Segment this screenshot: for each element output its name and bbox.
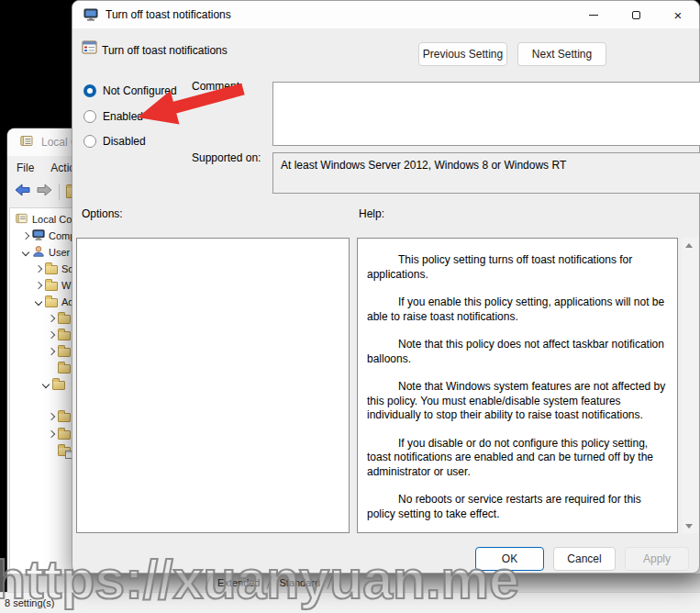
triangle-down-icon (685, 524, 693, 529)
chevron-right-icon[interactable] (35, 265, 42, 273)
options-panel[interactable] (76, 238, 350, 533)
help-paragraph: Note that Windows system features are no… (367, 380, 670, 423)
supported-on-label: Supported on: (192, 151, 261, 164)
folder-icon (58, 364, 71, 373)
radio-label: Enabled (103, 110, 143, 123)
computer-icon (32, 228, 45, 243)
chevron-right-icon[interactable] (48, 413, 55, 420)
help-paragraph: Note that this policy does not affect ta… (367, 338, 670, 366)
forward-arrow-icon[interactable] (37, 184, 52, 200)
folder-icon (52, 381, 65, 390)
scroll-icon (16, 212, 28, 227)
chevron-down-icon[interactable] (42, 381, 50, 388)
policy-window-icon (83, 7, 98, 22)
chevron-right-icon[interactable] (48, 348, 55, 355)
minimize-button[interactable] (572, 1, 615, 28)
options-label: Options: (82, 207, 123, 220)
comment-label: Comment: (192, 80, 242, 93)
chevron-right-icon[interactable] (48, 315, 55, 322)
gpe-statusbar: 8 setting(s) (0, 592, 700, 613)
dialog-title: Turn off toast notifications (106, 8, 231, 21)
chevron-down-icon[interactable] (35, 298, 42, 306)
dialog-titlebar[interactable]: Turn off toast notifications × (72, 1, 699, 28)
folder-icon (58, 315, 71, 324)
radio-label: Disabled (103, 135, 146, 148)
tree-item[interactable] (43, 376, 65, 393)
next-setting-button[interactable]: Next Setting (517, 42, 606, 66)
ok-button[interactable]: OK (475, 547, 544, 571)
cancel-button[interactable]: Cancel (553, 547, 616, 571)
folder-icon (58, 331, 71, 340)
tree-item[interactable] (49, 408, 71, 425)
maximize-icon (632, 11, 640, 19)
tree-item-local-computer-policy[interactable]: Local Con (16, 211, 78, 228)
gpe-tabstrip: Extended Standard (7, 574, 700, 592)
tree-item[interactable] (58, 360, 71, 376)
chevron-right-icon[interactable] (22, 232, 29, 240)
back-arrow-icon[interactable] (15, 184, 30, 200)
tree-item[interactable] (49, 310, 71, 327)
gpe-toolbar (7, 180, 81, 204)
desktop: Local Gro File Action Local Con C (0, 0, 700, 613)
policy-name: Turn off toast notifications (102, 44, 228, 57)
help-paragraph: If you disable or do not configure this … (367, 437, 670, 480)
scroll-down-button[interactable] (682, 518, 696, 533)
close-button[interactable]: × (657, 1, 699, 28)
radio-disabled[interactable]: Disabled (83, 134, 146, 149)
minimize-icon (589, 15, 598, 16)
tree-item-windows-settings[interactable]: Wi (36, 277, 73, 294)
chevron-right-icon[interactable] (48, 331, 55, 339)
folder-icon (45, 298, 58, 307)
help-scrollbar[interactable] (682, 238, 698, 533)
tree-item-software-settings[interactable]: So (36, 261, 73, 277)
gpe-menubar: File Action (7, 158, 82, 178)
tree-item[interactable] (49, 426, 71, 442)
tab-extended[interactable]: Extended (208, 576, 269, 589)
chevron-right-icon[interactable] (35, 282, 42, 289)
folder-registry-icon (58, 447, 71, 456)
comment-textarea[interactable] (272, 82, 700, 146)
radio-icon[interactable] (83, 135, 96, 148)
folder-icon (45, 265, 58, 274)
help-text: This policy setting turns off toast noti… (358, 239, 677, 521)
help-paragraph: If you enable this policy setting, appli… (367, 295, 670, 324)
supported-on-textarea[interactable]: At least Windows Server 2012, Windows 8 … (272, 152, 700, 194)
scroll-icon (20, 134, 34, 151)
policy-dialog: Turn off toast notifications × Turn off … (72, 0, 700, 574)
chevron-down-icon[interactable] (22, 249, 29, 256)
tree-item-computer-configuration[interactable]: Comp (23, 228, 75, 244)
policy-setting-icon (82, 40, 97, 59)
triangle-up-icon (685, 243, 693, 248)
status-text: 8 setting(s) (5, 597, 54, 608)
previous-setting-button[interactable]: Previous Setting (418, 42, 507, 66)
folder-icon (45, 282, 58, 291)
folder-icon (58, 413, 71, 422)
help-paragraph: This policy setting turns off toast noti… (367, 253, 670, 282)
scroll-up-button[interactable] (682, 238, 696, 252)
close-icon: × (674, 8, 683, 22)
radio-icon[interactable] (83, 110, 96, 123)
tab-standard[interactable]: Standard (270, 576, 329, 589)
supported-on-value: At least Windows Server 2012, Windows 8 … (273, 153, 700, 177)
tree-item[interactable] (49, 343, 71, 360)
user-icon (32, 245, 45, 260)
help-paragraph: No reboots or service restarts are requi… (367, 493, 670, 521)
tree-item[interactable] (49, 327, 71, 343)
radio-selected-icon[interactable] (83, 84, 96, 97)
maximize-button[interactable] (615, 1, 657, 28)
radio-label: Not Configured (103, 84, 177, 97)
tree-item-administrative-templates[interactable]: Ad (36, 294, 73, 310)
radio-enabled[interactable]: Enabled (83, 109, 143, 124)
radio-not-configured[interactable]: Not Configured (83, 84, 177, 98)
apply-button[interactable]: Apply (625, 547, 689, 571)
chevron-right-icon[interactable] (48, 430, 55, 438)
toolbar-separator (59, 184, 60, 200)
folder-icon (58, 348, 71, 357)
help-label: Help: (359, 207, 384, 220)
folder-icon (58, 430, 71, 440)
tree-item-all-settings[interactable] (58, 442, 71, 459)
help-panel[interactable]: This policy setting turns off toast noti… (357, 238, 678, 533)
menu-file[interactable]: File (17, 162, 34, 174)
